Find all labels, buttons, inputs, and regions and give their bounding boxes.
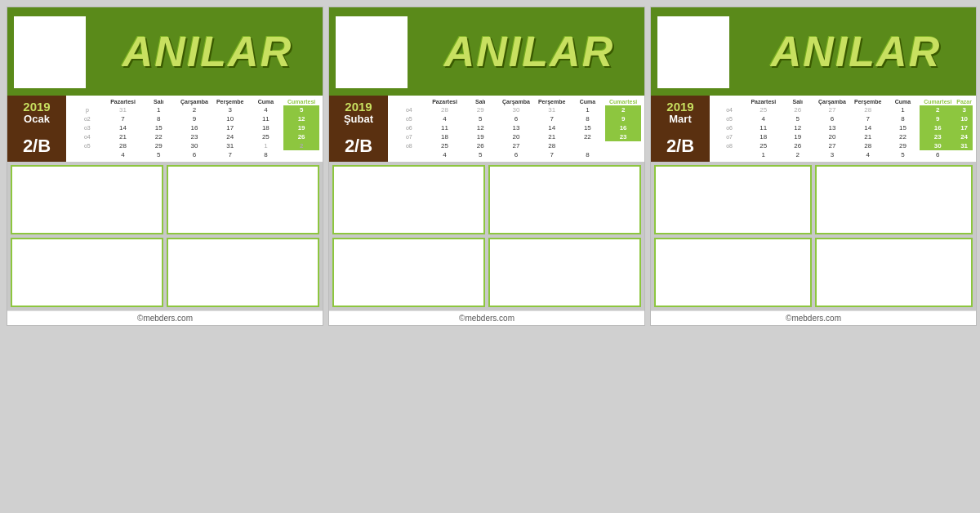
calendar-subat: Pazartesi Salı Çarşamba Perşembe Cuma Cu…: [388, 96, 644, 162]
title-area-subat: ANILAR: [414, 7, 644, 96]
year-label-subat: 2019: [344, 100, 373, 113]
card-header-mart: ANILAR: [651, 7, 976, 96]
table-row: o2 7 8 9 10 11 12: [69, 114, 319, 123]
col-wk: [391, 98, 427, 105]
table-row: o7 18 19 20 21 22 23: [391, 132, 641, 141]
col-tue: Salı: [140, 98, 176, 105]
month-label-subat: Şubat: [344, 113, 373, 126]
col-wed: Çarşamba: [498, 98, 534, 105]
class-label-ocak: 2/B: [23, 136, 51, 157]
col-thu: Perşembe: [850, 98, 886, 105]
table-row: o4 28 29 30 31 1 2: [391, 105, 641, 114]
col-thu: Perşembe: [534, 98, 570, 105]
class-label-mart: 2/B: [666, 136, 694, 157]
cal-table-mart: Pazartesi Salı Çarşamba Perşembe Cuma Cu…: [713, 98, 973, 159]
card-header-subat: ANILAR: [329, 7, 644, 96]
col-wed: Çarşamba: [176, 98, 212, 105]
table-row: o6 11 12 13 14 15 16: [391, 123, 641, 132]
card-subat: ANILAR 2019 Şubat 2/B Pazartesi Salı: [328, 7, 645, 326]
title-area-mart: ANILAR: [736, 7, 976, 96]
col-fri: Cuma: [248, 98, 284, 105]
photo-cell-12: [815, 238, 973, 307]
cal-table-subat: Pazartesi Salı Çarşamba Perşembe Cuma Cu…: [391, 98, 641, 159]
table-row: 4 5 6 7 8: [391, 150, 641, 159]
anilar-title-ocak: ANILAR: [122, 30, 292, 73]
table-row: o5 28 29 30 31 1 2: [69, 141, 319, 150]
footer-ocak: ©mebders.com: [7, 310, 323, 325]
title-area-ocak: ANILAR: [92, 7, 323, 96]
anilar-title-subat: ANILAR: [444, 30, 614, 73]
table-row: o6 11 12 13 14 15 16 17: [713, 123, 973, 132]
table-row: o4 25 26 27 28 1 2 3: [713, 105, 973, 114]
table-row: o5 4 5 6 7 8 9: [391, 114, 641, 123]
table-row: o3 14 15 16 17 18 19: [69, 123, 319, 132]
month-label-ocak: Ocak: [23, 113, 50, 126]
side-panel-subat: 2019 Şubat 2/B: [329, 96, 388, 162]
card-ocak: ANILAR 2019 Ocak 2/B Pazartesi Salı: [7, 7, 323, 326]
year-month-subat: 2019 Şubat: [344, 100, 373, 126]
middle-section-ocak: 2019 Ocak 2/B Pazartesi Salı Çarşamba Pe…: [7, 96, 323, 162]
photo-cell-8: [488, 238, 641, 307]
main-container: ANILAR 2019 Ocak 2/B Pazartesi Salı: [0, 0, 980, 513]
photo-placeholder-ocak: [14, 16, 86, 88]
year-label-ocak: 2019: [23, 100, 50, 113]
col-tue: Salı: [462, 98, 498, 105]
table-row: o8 25 26 27 28: [391, 141, 641, 150]
photo-cell-10: [815, 165, 973, 234]
table-row: o7 18 19 20 21 22 23 24: [713, 132, 973, 141]
photo-cell-1: [11, 165, 163, 234]
footer-mart: ©mebders.com: [651, 310, 976, 325]
table-row: o8 25 26 27 28 29 30 31: [713, 141, 973, 150]
col-sat: Cumartesi: [605, 98, 641, 105]
col-mon: Pazartesi: [105, 98, 141, 105]
col-sun: Pazar: [956, 98, 973, 105]
table-row: o5 4 5 6 7 8 9 10: [713, 114, 973, 123]
photo-cell-9: [654, 165, 812, 234]
footer-subat: ©mebders.com: [329, 310, 644, 325]
photo-grid-mart: [651, 162, 976, 310]
col-tue: Salı: [781, 98, 814, 105]
month-label-mart: Mart: [666, 113, 693, 126]
col-thu: Perşembe: [212, 98, 248, 105]
class-label-subat: 2/B: [345, 136, 372, 157]
photo-cell-2: [167, 165, 319, 234]
photo-cell-11: [654, 238, 812, 307]
middle-section-subat: 2019 Şubat 2/B Pazartesi Salı Çarşamba P…: [329, 96, 644, 162]
col-fri: Cuma: [886, 98, 920, 105]
col-fri: Cuma: [570, 98, 606, 105]
photo-cell-4: [167, 238, 319, 307]
year-month-ocak: 2019 Ocak: [23, 100, 50, 126]
side-panel-ocak: 2019 Ocak 2/B: [7, 96, 66, 162]
year-month-mart: 2019 Mart: [666, 100, 693, 126]
col-mon: Pazartesi: [746, 98, 781, 105]
col-wk: [713, 98, 746, 105]
table-row: 4 5 6 7 8: [69, 150, 319, 159]
col-wk: [69, 98, 105, 105]
col-mon: Pazartesi: [427, 98, 463, 105]
table-row: p 31 1 2 3 4 5: [69, 105, 319, 114]
col-sat: Cumartesi: [283, 98, 319, 105]
photo-cell-5: [332, 165, 485, 234]
anilar-title-mart: ANILAR: [771, 30, 941, 73]
col-sat: Cumartesi: [920, 98, 956, 105]
card-mart: ANILAR 2019 Mart 2/B Pazartesi Salı: [650, 7, 977, 326]
table-row: o4 21 22 23 24 25 26: [69, 132, 319, 141]
photo-cell-3: [11, 238, 163, 307]
photo-cell-6: [488, 165, 641, 234]
photo-grid-subat: [329, 162, 644, 310]
middle-section-mart: 2019 Mart 2/B Pazartesi Salı Çarşamba Pe…: [651, 96, 976, 162]
photo-grid-ocak: [7, 162, 323, 310]
calendar-ocak: Pazartesi Salı Çarşamba Perşembe Cuma Cu…: [66, 96, 323, 162]
table-row: 1 2 3 4 5 6: [713, 150, 973, 159]
year-label-mart: 2019: [666, 100, 693, 113]
cal-table-ocak: Pazartesi Salı Çarşamba Perşembe Cuma Cu…: [69, 98, 319, 159]
side-panel-mart: 2019 Mart 2/B: [651, 96, 710, 162]
photo-placeholder-subat: [336, 16, 408, 88]
calendar-mart: Pazartesi Salı Çarşamba Perşembe Cuma Cu…: [710, 96, 976, 162]
card-header-ocak: ANILAR: [7, 7, 323, 96]
photo-placeholder-mart: [657, 16, 729, 88]
photo-cell-7: [332, 238, 485, 307]
col-wed: Çarşamba: [814, 98, 850, 105]
